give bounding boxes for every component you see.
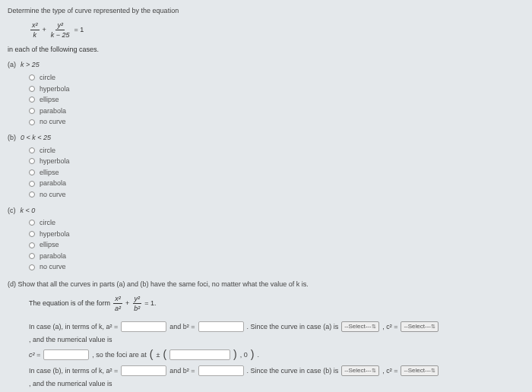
fraction-y: y² k − 25 [49,21,71,40]
case-b-label: (b)0 < k < 25 [8,133,524,143]
radio-icon [29,220,35,226]
option-circle[interactable]: circle [29,146,524,156]
dropdown-icon: ⇅ [431,367,435,375]
case-a-row-1: In case (a), in terms of k, a² = and b² … [29,321,524,345]
case-a-row-2: c² = , so the foci are at (±( ), 0). [29,347,524,362]
option-no-curve[interactable]: no curve [29,117,524,127]
radio-icon [29,253,35,259]
case-b-row-1: In case (b), in terms of k, a² = and b² … [29,365,524,389]
input-foci-a[interactable] [169,349,230,360]
option-parabola[interactable]: parabola [29,251,524,261]
radio-icon [29,242,35,248]
radio-icon [29,119,35,125]
input-b2-case-b[interactable] [198,365,244,376]
option-hyperbola[interactable]: hyperbola [29,84,524,94]
radio-icon [29,169,35,175]
case-c-label: (c)k < 0 [8,206,524,216]
radio-icon [29,231,35,237]
radio-icon [29,96,35,103]
dropdown-icon: ⇅ [372,323,376,330]
fraction-form-x: x² a² [113,294,122,314]
option-parabola[interactable]: parabola [29,179,524,188]
problem-header: Determine the type of curve represented … [8,6,524,16]
option-circle[interactable]: circle [29,73,524,83]
radio-icon [29,264,35,270]
radio-icon [29,158,35,164]
option-ellipse[interactable]: ellipse [29,168,524,178]
sub-text: in each of the following cases. [8,45,524,55]
option-circle[interactable]: circle [29,218,524,228]
option-hyperbola[interactable]: hyperbola [29,156,524,166]
radio-icon [29,191,35,198]
select-c2-a[interactable]: --Select---⇅ [401,321,439,332]
form-equation-row: The equation is of the form x² a² + y² b… [29,294,524,314]
dropdown-icon: ⇅ [431,323,435,330]
input-c2-value-a[interactable] [43,349,89,360]
radio-icon [29,181,35,187]
select-curve-b[interactable]: --Select---⇅ [341,365,379,376]
case-b-options: circle hyperbola ellipse parabola no cur… [29,146,524,200]
select-c2-b[interactable]: --Select---⇅ [401,365,439,376]
option-no-curve[interactable]: no curve [29,262,524,272]
radio-icon [29,147,35,153]
option-hyperbola[interactable]: hyperbola [29,229,524,239]
case-a-label: (a)k > 25 [8,60,524,70]
radio-icon [29,108,35,114]
case-c-options: circle hyperbola ellipse parabola no cur… [29,218,524,272]
option-ellipse[interactable]: ellipse [29,240,524,250]
part-d-label: (d) Show that all the curves in parts (a… [8,280,524,289]
case-a-options: circle hyperbola ellipse parabola no cur… [29,73,524,127]
dropdown-icon: ⇅ [372,367,376,375]
input-b2-case-a[interactable] [198,321,244,332]
main-equation: x² k + y² k − 25 = 1 [30,21,524,40]
option-no-curve[interactable]: no curve [29,190,524,200]
input-a2-case-b[interactable] [121,365,166,376]
option-parabola[interactable]: parabola [29,106,524,116]
radio-icon [29,74,35,81]
fraction-form-y: y² b² [132,294,141,314]
radio-icon [29,86,35,92]
option-ellipse[interactable]: ellipse [29,95,524,105]
fraction-x: x² k [30,21,40,40]
select-curve-a[interactable]: --Select---⇅ [341,321,379,332]
input-a2-case-a[interactable] [121,321,166,332]
